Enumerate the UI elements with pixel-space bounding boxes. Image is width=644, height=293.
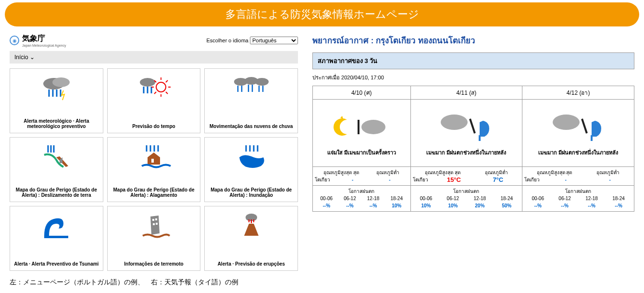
content: ◉ 気象庁 Japan Meteorological Agency Escolh… bbox=[0, 34, 644, 271]
pop-cell: โอกาสฝนตก 00-0606-1212-1818-24 --%--%--%… bbox=[522, 186, 634, 212]
day-header: 4/12 (อา) bbox=[522, 86, 634, 100]
weather-icon bbox=[137, 73, 171, 104]
caption: 左：メニューページ（ポルトガル語）の例、 右：天気予報（タイ語）の例 bbox=[0, 271, 644, 293]
weather-desc: เมฆมาก มีฝนตกช่วงหนึ่งในภายหลัง bbox=[413, 146, 520, 159]
weather-desc: เมฆมาก มีฝนตกช่วงหนึ่งในภายหลัง bbox=[524, 146, 632, 159]
tile-grid: Alerta meteorológico · Alerta meteorológ… bbox=[10, 68, 298, 271]
inundation-icon bbox=[235, 141, 268, 173]
svg-point-6 bbox=[255, 78, 269, 86]
svg-point-1 bbox=[52, 77, 70, 87]
cloudy-rain-icon bbox=[413, 108, 520, 146]
svg-rect-10 bbox=[155, 218, 157, 220]
language-selector: Escolher o idioma Português bbox=[207, 37, 298, 44]
right-panel: พยากรณ์อากาศ : กรุงโตเกียว ทองถนนโตเกียว… bbox=[312, 34, 634, 271]
jma-title: 気象庁 bbox=[22, 34, 66, 44]
chevron-down-icon: ⌄ bbox=[30, 54, 35, 61]
tile-label: Mapa do Grau de Perigo (Estado de Alerta… bbox=[14, 187, 99, 198]
svg-rect-8 bbox=[44, 236, 68, 238]
pop-cell: โอกาสฝนตก 00-0606-1212-1818-24 10%10%20%… bbox=[410, 186, 522, 212]
jma-logo: ◉ 気象庁 Japan Meteorological Agency bbox=[10, 34, 66, 47]
left-panel: ◉ 気象庁 Japan Meteorological Agency Escolh… bbox=[10, 34, 298, 271]
svg-point-18 bbox=[553, 115, 580, 130]
tile-earthquake[interactable]: Informações de terremoto bbox=[107, 206, 201, 271]
temp-cell: อุณหภูมิสูงสุด สุดอุณหภูมิต่ำ โตเกียว-- bbox=[522, 167, 634, 186]
tile-rain-clouds[interactable]: Movimentação das nuvens de chuva bbox=[204, 68, 298, 133]
nav-bar[interactable]: Início ⌄ bbox=[10, 51, 298, 64]
svg-rect-11 bbox=[153, 223, 155, 225]
cloudy-rain-icon bbox=[524, 108, 632, 146]
jma-logo-icon: ◉ bbox=[10, 36, 19, 45]
forecast-title: พยากรณ์อากาศ : กรุงโตเกียว ทองถนนโตเกียว bbox=[312, 34, 634, 47]
tile-volcano[interactable]: Alerta · Previsão de erupções bbox=[204, 206, 298, 271]
clear-cloudy-icon bbox=[315, 108, 409, 146]
flooding-icon bbox=[137, 141, 171, 173]
svg-point-15 bbox=[361, 120, 385, 134]
svg-rect-7 bbox=[151, 159, 154, 163]
tile-label: Alerta · Alerta Preventivo de Tsunami bbox=[14, 261, 99, 267]
landslide-icon bbox=[39, 141, 73, 173]
volcano-icon bbox=[235, 210, 268, 242]
weather-cell: เมฆมาก มีฝนตกช่วงหนึ่งในภายหลัง bbox=[410, 100, 522, 167]
svg-rect-14 bbox=[358, 120, 359, 134]
weather-desc: แจ่มใส มีเมฆมากเป็นครั้งคราว bbox=[315, 146, 409, 159]
tile-forecast[interactable]: Previsão do tempo bbox=[107, 68, 201, 133]
rain-cloud-icon bbox=[232, 73, 271, 104]
svg-point-3 bbox=[156, 82, 166, 92]
svg-rect-12 bbox=[156, 223, 158, 225]
language-select[interactable]: Português bbox=[250, 37, 298, 44]
jma-subtitle: Japan Meteorological Agency bbox=[22, 44, 66, 47]
tile-label: Mapa do Grau de Perigo (Estado de Alerta… bbox=[209, 187, 294, 198]
earthquake-icon bbox=[137, 210, 171, 242]
tile-label: Mapa do Grau de Perigo (Estado de Alerta… bbox=[111, 187, 197, 198]
svg-point-2 bbox=[140, 78, 155, 87]
pop-cell: โอกาสฝนตก 00-0606-1212-1818-24 --%--%--%… bbox=[313, 186, 411, 212]
tile-label: Informações de terremoto bbox=[124, 261, 183, 267]
day-header: 4/11 (ส) bbox=[410, 86, 522, 100]
storm-icon bbox=[39, 73, 73, 104]
day-header: 4/10 (ศ) bbox=[313, 86, 411, 100]
tile-tsunami[interactable]: Alerta · Alerta Preventivo de Tsunami bbox=[10, 206, 103, 271]
language-label: Escolher o idioma bbox=[207, 38, 248, 43]
tile-label: Movimentação das nuvens de chuva bbox=[210, 124, 293, 129]
svg-rect-9 bbox=[152, 219, 154, 221]
svg-rect-17 bbox=[479, 135, 481, 141]
tile-flood-house[interactable]: Mapa do Grau de Perigo (Estado de Alerta… bbox=[107, 137, 201, 202]
temp-cell: อุณหภูมิสูงสุด สุดอุณหภูมิต่ำ โตเกียว-- bbox=[313, 167, 411, 186]
tile-label: Alerta meteorológico · Alerta meteorológ… bbox=[14, 118, 99, 129]
tile-label: Previsão do tempo bbox=[132, 124, 175, 129]
banner-title: 多言語による防災気象情報ホームページ bbox=[5, 2, 639, 26]
tile-inundation[interactable]: Mapa do Grau de Perigo (Estado de Alerta… bbox=[204, 137, 298, 202]
weather-cell: แจ่มใส มีเมฆมากเป็นครั้งคราว bbox=[313, 100, 411, 167]
weather-cell: เมฆมาก มีฝนตกช่วงหนึ่งในภายหลัง bbox=[522, 100, 634, 167]
forecast-issued: ประกาศเมื่อ 2020/04/10, 17:00 bbox=[312, 69, 634, 86]
svg-point-16 bbox=[441, 115, 468, 130]
tile-weather-alert[interactable]: Alerta meteorológico · Alerta meteorológ… bbox=[10, 68, 103, 133]
svg-rect-19 bbox=[591, 135, 593, 141]
forecast-table: 4/10 (ศ) 4/11 (ส) 4/12 (อา) แจ่มใส มีเมฆ… bbox=[312, 86, 634, 212]
tile-label: Alerta · Previsão de erupções bbox=[218, 261, 285, 267]
temp-cell: อุณหภูมิสูงสุด สุดอุณหภูมิต่ำ โตเกียว15°… bbox=[410, 167, 522, 186]
tsunami-icon bbox=[39, 210, 73, 242]
jma-header: ◉ 気象庁 Japan Meteorological Agency Escolh… bbox=[10, 34, 298, 47]
forecast-subtitle: สภาพอากาศของ 3 วัน bbox=[312, 52, 634, 69]
tile-landslide[interactable]: Mapa do Grau de Perigo (Estado de Alerta… bbox=[10, 137, 103, 202]
